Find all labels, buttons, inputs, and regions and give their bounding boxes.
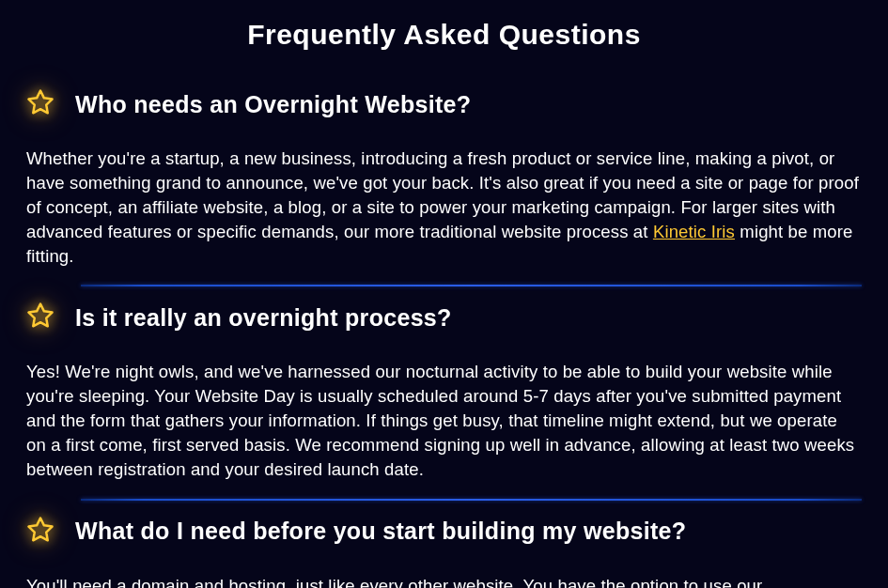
faq-header: Is it really an overnight process? bbox=[26, 302, 862, 333]
star-icon bbox=[26, 88, 55, 120]
faq-question: Who needs an Overnight Website? bbox=[75, 91, 471, 118]
faq-answer: Whether you're a startup, a new business… bbox=[26, 147, 862, 268]
svg-marker-2 bbox=[29, 518, 53, 540]
kinetic-iris-link[interactable]: Kinetic Iris bbox=[653, 222, 735, 241]
svg-marker-1 bbox=[29, 304, 53, 327]
faq-header: What do I need before you start building… bbox=[26, 516, 862, 548]
faq-answer: You'll need a domain and hosting, just l… bbox=[26, 574, 862, 588]
faq-question: What do I need before you start building… bbox=[75, 518, 686, 545]
faq-item: Who needs an Overnight Website? Whether … bbox=[26, 88, 862, 268]
svg-marker-0 bbox=[29, 91, 53, 114]
faq-item: Is it really an overnight process? Yes! … bbox=[26, 302, 862, 481]
page-title: Frequently Asked Questions bbox=[26, 19, 862, 51]
divider bbox=[81, 285, 862, 286]
faq-header: Who needs an Overnight Website? bbox=[26, 88, 862, 120]
star-icon bbox=[26, 516, 55, 548]
faq-item: What do I need before you start building… bbox=[26, 516, 862, 588]
faq-answer: Yes! We're night owls, and we've harness… bbox=[26, 360, 862, 481]
faq-question: Is it really an overnight process? bbox=[75, 304, 452, 332]
star-icon bbox=[26, 302, 55, 333]
divider bbox=[81, 499, 862, 501]
